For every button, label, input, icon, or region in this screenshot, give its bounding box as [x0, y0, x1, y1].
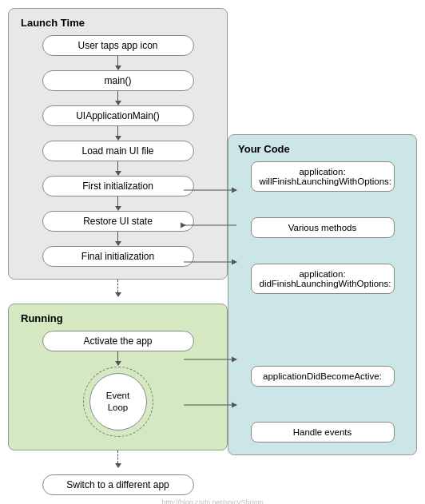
bottom-node-wrapper: Switch to a different app [8, 474, 228, 495]
watermark: http://blog.csdn.net/spicyShrimp [8, 498, 417, 504]
node-will-finish: application: willFinishLaunchingWithOpti… [251, 161, 395, 192]
node-uiapplicationmain: UIApplicationMain() [42, 105, 194, 126]
node-app-did-become-active: applicationDidBecomeActive: [251, 366, 395, 387]
arrow-3 [115, 126, 121, 141]
node-handle-events: Handle events [251, 422, 395, 442]
arrow-5 [115, 196, 121, 211]
node-first-init: First initialization [42, 176, 194, 196]
running-label: Running [21, 312, 63, 324]
left-section: Launch Time User taps app icon main() UI… [8, 8, 228, 495]
right-section: Your Code application: willFinishLaunchi… [228, 8, 417, 495]
event-loop-dashed-border [83, 367, 153, 437]
node-user-taps: User taps app icon [42, 35, 194, 56]
arrow-6 [115, 232, 121, 246]
node-activate-app: Activate the app [42, 331, 194, 351]
node-main: main() [42, 70, 194, 91]
arrow-4 [115, 161, 121, 176]
node-restore-ui: Restore UI state [42, 211, 194, 232]
node-load-main-ui: Load main UI file [42, 141, 194, 161]
node-did-finish: application: didFinishLaunchingWithOptio… [251, 264, 395, 294]
arrow-to-running [8, 280, 228, 297]
launch-time-box: Launch Time User taps app icon main() UI… [8, 8, 228, 280]
your-code-label: Your Code [238, 143, 290, 155]
event-loop-wrapper: EventLoop [82, 366, 154, 438]
node-various-methods: Various methods [251, 217, 395, 238]
arrow-2 [115, 91, 121, 105]
your-code-box: Your Code application: willFinishLaunchi… [228, 134, 417, 455]
arrow-to-bottom [8, 450, 228, 468]
launch-time-label: Launch Time [21, 17, 85, 29]
node-switch-app: Switch to a different app [42, 474, 194, 495]
running-box: Running Activate the app EventLoop [8, 304, 228, 450]
arrow-1 [115, 56, 121, 70]
arrow-7 [115, 351, 121, 366]
diagram-container: Launch Time User taps app icon main() UI… [8, 8, 417, 495]
node-final-init: Final initialization [42, 246, 194, 267]
